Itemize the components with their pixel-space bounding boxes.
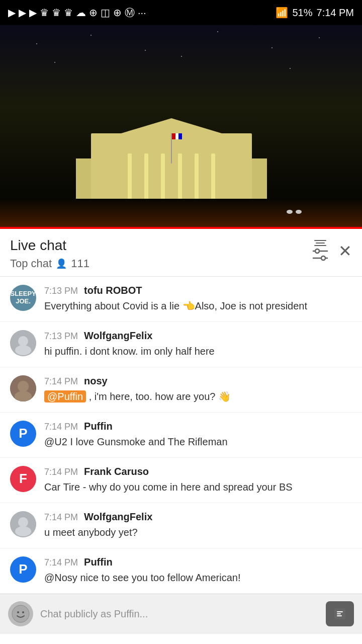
battery-text: 51% <box>292 7 312 19</box>
city-lights <box>0 199 362 229</box>
chat-item: SLEEPY JOE. 7:13 PM tofu ROBOT Everythin… <box>0 277 362 322</box>
chat-content: 7:14 PM nosy @Puffin , i'm here, too. ho… <box>44 375 352 404</box>
more-icon: ··· <box>138 7 146 19</box>
chat-text: hi puffin. i dont know. im only half her… <box>44 344 352 359</box>
header-actions: ✕ <box>312 237 352 262</box>
avatar: P <box>10 556 36 583</box>
svg-point-11 <box>18 517 28 527</box>
avatar: SLEEPY JOE. <box>10 285 36 311</box>
chat-item: F 7:14 PM Frank Caruso Car Tire - why do… <box>0 458 362 503</box>
send-icon <box>332 606 347 621</box>
svg-point-1 <box>315 249 319 253</box>
chat-username: WolfgangFelix <box>84 511 152 523</box>
cloud-icon: ☁ <box>76 7 86 19</box>
chat-text: @U2 I love Gunsmoke and The Rifleman <box>44 434 352 449</box>
spotlight-lights <box>287 210 302 214</box>
filter-button[interactable] <box>312 240 328 262</box>
chat-meta: 7:13 PM tofu ROBOT <box>44 285 352 296</box>
chat-text: u meet anybody yet? <box>44 525 352 540</box>
status-bar: ▶ ▶ ▶ ♛ ♛ ♛ ☁ ⊕ ◫ ⊕ Ⓜ ··· 📶 51% 7:14 PM <box>0 0 362 25</box>
video-player[interactable] <box>0 25 362 229</box>
app-icon-2: ▶ <box>19 7 26 19</box>
chat-content: 7:13 PM WolfgangFelix hi puffin. i dont … <box>44 330 352 359</box>
svg-point-5 <box>18 336 28 346</box>
close-button[interactable]: ✕ <box>338 243 352 259</box>
chat-text: @Puffin , i'm here, too. how are you? 👋 <box>44 389 352 404</box>
app-icon-7: ⊕ <box>89 7 98 19</box>
avatar <box>10 330 36 356</box>
chat-input-placeholder[interactable]: Chat publicly as Puffin... <box>40 608 319 620</box>
chat-title-area: Live chat Top chat 👤 111 <box>10 237 89 270</box>
chat-username: WolfgangFelix <box>84 330 152 342</box>
svg-point-14 <box>17 611 19 613</box>
status-icons-left: ▶ ▶ ▶ ♛ ♛ ♛ ☁ ⊕ ◫ ⊕ Ⓜ ··· <box>8 6 146 20</box>
avatar: F <box>10 466 36 492</box>
chat-item: 7:13 PM WolfgangFelix hi puffin. i dont … <box>0 322 362 367</box>
app-icon-5: ♛ <box>52 7 61 19</box>
chat-username: Frank Caruso <box>84 466 149 477</box>
live-chat-title: Live chat <box>10 237 89 254</box>
chat-content: 7:14 PM Puffin @Nosy nice to see you too… <box>44 556 352 585</box>
chat-text: Car Tire - why do you come in here and s… <box>44 479 352 495</box>
emoji-button[interactable] <box>8 601 33 626</box>
svg-point-8 <box>18 381 29 392</box>
whitehouse-silhouette <box>76 98 267 199</box>
chat-text: Everything about Covid is a lie 👈Also, J… <box>44 298 352 313</box>
chat-messages-list: SLEEPY JOE. 7:13 PM tofu ROBOT Everythin… <box>0 277 362 594</box>
chat-content: 7:13 PM tofu ROBOT Everything about Covi… <box>44 285 352 313</box>
viewers-icon: 👤 <box>56 258 67 269</box>
mention-tag: @Puffin <box>44 390 86 403</box>
chat-meta: 7:13 PM WolfgangFelix <box>44 330 352 342</box>
top-chat-label: Top chat <box>10 257 52 270</box>
chat-meta: 7:14 PM WolfgangFelix <box>44 511 352 523</box>
avatar <box>10 375 36 401</box>
chat-time: 7:13 PM <box>44 331 78 342</box>
avatar: P <box>10 421 36 447</box>
chat-content: 7:14 PM WolfgangFelix u meet anybody yet… <box>44 511 352 540</box>
chat-time: 7:14 PM <box>44 422 78 432</box>
wifi-icon: 📶 <box>276 7 288 19</box>
svg-rect-19 <box>337 615 342 616</box>
chat-text: @Nosy nice to see you too fellow America… <box>44 570 352 585</box>
chat-item: P 7:14 PM Puffin @U2 I love Gunsmoke and… <box>0 413 362 458</box>
chat-content: 7:14 PM Frank Caruso Car Tire - why do y… <box>44 466 352 495</box>
chat-item: P 7:14 PM Puffin @Nosy nice to see you t… <box>0 548 362 594</box>
status-right: 📶 51% 7:14 PM <box>276 7 354 19</box>
chat-time: 7:14 PM <box>44 376 78 387</box>
viewers-count: 111 <box>71 257 89 270</box>
chat-username: nosy <box>84 375 108 387</box>
chat-item: 7:14 PM nosy @Puffin , i'm here, too. ho… <box>0 367 362 413</box>
svg-point-13 <box>12 605 29 622</box>
video-red-border <box>0 227 362 229</box>
chat-meta: 7:14 PM nosy <box>44 375 352 387</box>
app-icon-4: ♛ <box>40 7 49 19</box>
chat-time: 7:14 PM <box>44 467 78 477</box>
chat-username: tofu ROBOT <box>84 285 142 296</box>
app-icon-10: Ⓜ <box>125 6 135 20</box>
time-display: 7:14 PM <box>317 7 354 19</box>
chat-time: 7:14 PM <box>44 512 78 523</box>
app-icon-6: ♛ <box>64 7 73 19</box>
chat-time: 7:14 PM <box>44 557 78 568</box>
chat-username: Puffin <box>84 556 113 568</box>
top-chat-row: Top chat 👤 111 <box>10 257 89 270</box>
avatar <box>10 511 36 537</box>
chat-meta: 7:14 PM Puffin <box>44 556 352 568</box>
filter-icon <box>314 240 326 246</box>
svg-point-15 <box>22 611 24 613</box>
app-icon-9: ⊕ <box>113 7 122 19</box>
chat-item: 7:14 PM WolfgangFelix u meet anybody yet… <box>0 503 362 548</box>
svg-point-3 <box>321 256 325 260</box>
svg-rect-18 <box>337 613 341 614</box>
send-button[interactable] <box>326 601 354 626</box>
chat-input-bar: Chat publicly as Puffin... <box>0 594 362 634</box>
chat-meta: 7:14 PM Puffin <box>44 421 352 432</box>
equalizer-icon <box>312 248 328 262</box>
live-chat-header: Live chat Top chat 👤 111 ✕ <box>0 229 362 277</box>
svg-rect-17 <box>337 611 343 612</box>
chat-time: 7:13 PM <box>44 286 78 296</box>
chat-meta: 7:14 PM Frank Caruso <box>44 466 352 477</box>
app-icon-8: ◫ <box>101 7 110 19</box>
chat-username: Puffin <box>84 421 113 432</box>
svg-point-12 <box>15 526 31 536</box>
